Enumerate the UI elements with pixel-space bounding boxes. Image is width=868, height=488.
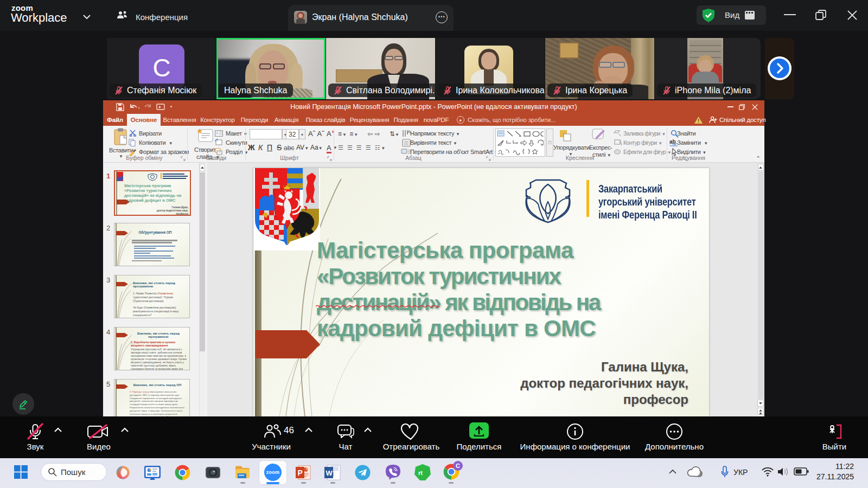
svg-text:rt: rt bbox=[418, 470, 423, 476]
svg-text:W: W bbox=[326, 469, 333, 477]
svg-text:P: P bbox=[298, 468, 303, 477]
svg-text:А: А bbox=[327, 130, 331, 138]
